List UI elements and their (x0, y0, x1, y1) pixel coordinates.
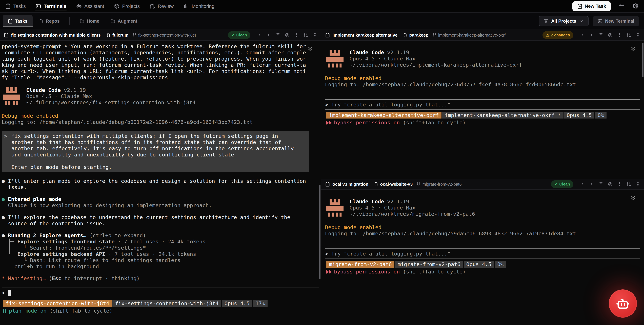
collapse-pane-button[interactable] (630, 194, 636, 202)
pr-button[interactable] (626, 182, 631, 187)
statusline-badge: fix-settings-contention-with-j8t4 (3, 300, 112, 307)
new-terminal-button[interactable]: New Terminal (593, 16, 639, 26)
branch-label: implement-karakeep-alternative-oxrf (438, 33, 505, 38)
spacer (2, 125, 319, 131)
header-actions (580, 33, 640, 37)
spacer (325, 237, 640, 248)
terminal-line: ~/.vibora/worktrees/implement-karakeep-a… (350, 62, 522, 68)
pr-icon (150, 3, 155, 9)
pane-right-bottom-terminal[interactable]: Claude Code v2.1.19Opus 4.5 · Claude Max… (321, 190, 644, 325)
robot-icon (616, 296, 630, 311)
trash-button[interactable] (636, 33, 640, 37)
pane-title: fix settings contention with multiple cl… (11, 32, 101, 38)
trash-icon (312, 33, 317, 37)
nav-item-terminals[interactable]: Terminals (36, 0, 66, 12)
pushup-button[interactable] (598, 182, 603, 187)
terminal-line: ├─ Explore settings frontend state · 7 t… (2, 239, 319, 245)
trash-icon (636, 33, 640, 37)
pane-right-top-terminal[interactable]: Claude Code v2.1.19Opus 4.5 · Claude Max… (321, 41, 644, 179)
terminal-input[interactable]: > █ (2, 288, 319, 298)
text-segment: (ctrl+o to expand) (86, 232, 146, 238)
assistant-fab[interactable] (609, 290, 637, 318)
new-terminal-label: New Terminal (605, 19, 634, 24)
fast-forward-icon (326, 270, 332, 274)
box-icon (114, 3, 120, 9)
spacer (325, 88, 640, 99)
commit-icon (617, 33, 622, 37)
jumpright-icon (257, 33, 262, 37)
terminal-input[interactable]: > Try "create a util logging.py that..." (325, 249, 640, 259)
nav-item-monitoring[interactable]: Monitoring (184, 0, 214, 12)
fast-forward-icon (326, 121, 332, 125)
disc-button[interactable] (608, 33, 612, 37)
jumpright-button[interactable] (257, 33, 262, 37)
commit-button[interactable] (617, 182, 622, 187)
disc-icon (608, 182, 612, 187)
window-button[interactable] (618, 3, 625, 10)
add-tab-button[interactable] (142, 18, 156, 24)
statusline-badge: implement-karakeep-alternative-oxrf * (442, 112, 564, 118)
pr-button[interactable] (303, 33, 308, 37)
jumpleft-button[interactable] (266, 33, 271, 37)
pr-button[interactable] (626, 33, 631, 37)
text-segment: plan mode on (9, 308, 46, 314)
terminal-tabs: TasksReposHomeAugment (3, 13, 142, 29)
jumpleft-button[interactable] (590, 33, 594, 37)
pause-icon (3, 309, 6, 313)
terminal-line: └ Bash: List route files to find setting… (2, 257, 319, 263)
text-segment: bypass permissions on (334, 119, 400, 126)
trash-button[interactable] (312, 33, 317, 37)
warning-icon: ⚠ (546, 33, 550, 37)
scrollbar-thumb[interactable] (642, 43, 644, 77)
commit-button[interactable] (294, 33, 299, 37)
chart-icon (184, 3, 189, 9)
terminal-line: Enter plan mode before starting. (12, 164, 305, 170)
disc-button[interactable] (285, 33, 290, 37)
nav-item-projects[interactable]: Projects (114, 0, 140, 12)
text-segment: sk pr <url>. When linking a URL: fulcrum… (2, 68, 306, 74)
terminal-line: ● I'll enter plan mode to explore the co… (2, 178, 319, 184)
text-segment: ppend-system-prompt $'You are working in… (2, 43, 306, 49)
scrollbar-thumb[interactable] (319, 185, 320, 279)
terminal-line: Debug mode enabled (325, 75, 640, 81)
claude-logo-icon (325, 198, 345, 219)
collapse-pane-button[interactable] (306, 45, 314, 53)
commit-button[interactable] (617, 33, 622, 37)
disc-button[interactable] (608, 182, 612, 187)
project-filter-dropdown[interactable]: All Projects (539, 16, 589, 26)
trash-button[interactable] (636, 182, 640, 187)
text-segment: Logging to: /home/stephan/.claude/debug/… (2, 119, 252, 125)
jumpleft-icon (266, 33, 271, 37)
terminal-line: ppend-system-prompt $'You are working in… (2, 43, 319, 49)
statusline-badge: 0% (494, 261, 506, 268)
tab-repos[interactable]: Repos (34, 15, 65, 27)
pane-left-terminal[interactable]: ppend-system-prompt $'You are working in… (0, 41, 321, 325)
nav-item-review[interactable]: Review (150, 0, 174, 12)
nav-item-tasks[interactable]: Tasks (5, 0, 26, 12)
prompt-char: > (4, 133, 7, 139)
jumpright-button[interactable] (580, 33, 585, 37)
jumpright-button[interactable] (580, 182, 585, 187)
new-task-button[interactable]: New Task (572, 1, 611, 11)
collapse-pane-button[interactable] (630, 45, 636, 53)
spacer (2, 81, 319, 86)
terminal-line: ting each logical unit of work (feature,… (2, 56, 319, 62)
terminal-input[interactable]: > Try "create a util logging.py that..." (325, 99, 640, 110)
tab-home[interactable]: Home (74, 15, 104, 27)
pane-title: implement karakeep alternative (332, 32, 398, 38)
nav-item-assistant[interactable]: Assistant (76, 0, 104, 12)
pushup-button[interactable] (276, 33, 280, 37)
jumpleft-button[interactable] (590, 182, 594, 187)
tab-tasks[interactable]: Tasks (3, 15, 32, 27)
settings-button[interactable] (632, 3, 639, 10)
status-badge: ✓Clean (228, 31, 250, 39)
tab-augment[interactable]: Augment (105, 15, 142, 27)
status-badge: ✓Clean (551, 180, 574, 188)
disc-icon (285, 33, 290, 37)
text-segment: └ Bash: List route files to find setting… (2, 257, 180, 263)
text-segment: v2.1.19 (384, 49, 409, 55)
spacer (2, 209, 319, 214)
terminal-line: Claude Code v2.1.19 (26, 87, 196, 93)
nav-item-label: Review (158, 3, 174, 9)
pushup-button[interactable] (598, 33, 603, 37)
